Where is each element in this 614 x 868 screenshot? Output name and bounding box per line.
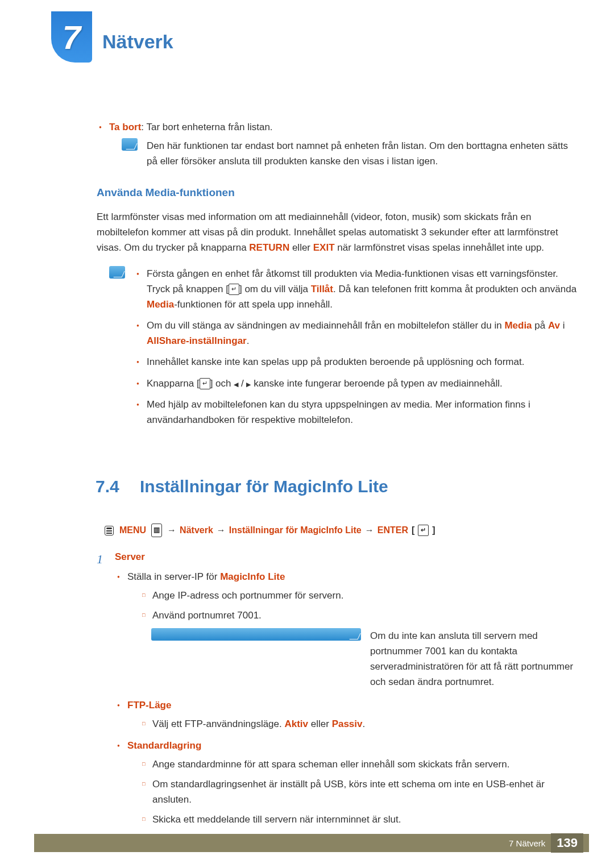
- menu-path: MENU ▥ → Nätverk → Inställningar för Mag…: [105, 523, 580, 538]
- enter-icon: ↵: [200, 378, 210, 389]
- list-item: Knapparna [↵] och / kanske inte fungerar…: [134, 376, 580, 391]
- list-item: Ange IP-adress och portnummer för server…: [140, 588, 580, 603]
- enter-icon: ↵: [418, 525, 429, 536]
- section-number: 7.4: [96, 473, 128, 500]
- return-label: RETURN: [249, 242, 289, 253]
- list-item: Standardlagring Ange standardminne för a…: [115, 738, 580, 828]
- chapter-header: 7 Nätverk: [51, 0, 580, 63]
- list-item: Ta bort: Tar bort enheterna från listan.…: [97, 119, 580, 169]
- paragraph: Ett larmfönster visas med information om…: [97, 209, 580, 256]
- list-item: Använd portnumret 7001.: [140, 608, 580, 623]
- subheading-media: Använda Media-funktionen: [97, 184, 580, 201]
- note-icon: [151, 628, 361, 641]
- page-number: 139: [551, 833, 583, 853]
- exit-label: EXIT: [313, 242, 335, 253]
- list-item: Skicka ett meddelande till servern när i…: [140, 812, 580, 827]
- list-item: Innehållet kanske inte kan spelas upp på…: [134, 354, 580, 369]
- list-item: Första gången en enhet får åtkomst till …: [134, 266, 580, 313]
- ftp-label: FTP-Läge: [127, 700, 171, 711]
- ta-bort-text: : Tar bort enheterna från listan.: [141, 122, 272, 132]
- list-item: Om du vill stänga av sändningen av media…: [134, 318, 580, 348]
- enter-icon: ↵: [229, 284, 239, 295]
- note-text: Den här funktionen tar endast bort namne…: [147, 138, 580, 169]
- remote-icon: [105, 526, 114, 535]
- chapter-number-tab: 7: [51, 11, 92, 63]
- list-item: Med hjälp av mobiltelefonen kan du styra…: [134, 397, 580, 427]
- footer-bar: 7 Nätverk 139: [34, 834, 589, 852]
- menu-grid-icon: ▥: [151, 524, 162, 537]
- section-title: Inställningar för MagicInfo Lite: [140, 473, 388, 500]
- list-item: Ange standardminne för att spara scheman…: [140, 757, 580, 772]
- footer-crumb: 7 Nätverk: [509, 838, 545, 848]
- section-heading: 7.4 Inställningar för MagicInfo Lite: [96, 473, 580, 500]
- ta-bort-label: Ta bort: [109, 122, 141, 132]
- step-label-server: Server: [115, 551, 145, 562]
- note-icon: [122, 138, 138, 151]
- note-text: Om du inte kan ansluta till servern med …: [370, 628, 580, 690]
- arrow-icons: /: [234, 378, 251, 389]
- list-item: Ställa in server-IP för MagicInfo Lite A…: [115, 569, 580, 690]
- step-item: 1 Server Ställa in server-IP för MagicIn…: [97, 549, 580, 828]
- step-number: 1: [97, 549, 103, 569]
- list-item: Välj ett FTP-användningsläge. Aktiv elle…: [140, 716, 580, 732]
- chapter-title: Nätverk: [102, 31, 173, 53]
- list-item: Om standardlagringsenhet är inställt på …: [140, 776, 580, 807]
- list-item: FTP-Läge Välj ett FTP-användningsläge. A…: [115, 697, 580, 732]
- note-icon: [109, 266, 125, 279]
- std-label: Standardlagring: [127, 740, 201, 751]
